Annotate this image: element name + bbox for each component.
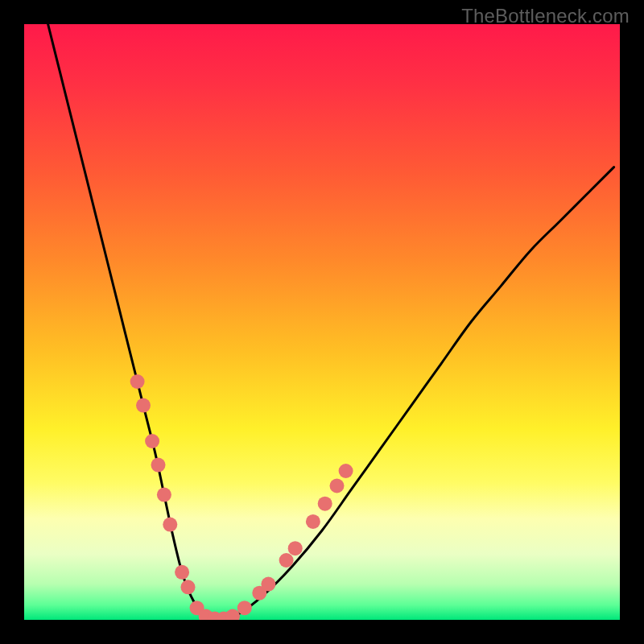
chart-svg [24, 24, 620, 620]
curve-marker [306, 514, 320, 529]
curve-marker [163, 518, 177, 532]
curve-marker [130, 374, 145, 389]
chart-frame: TheBottleneck.com [0, 0, 644, 644]
curve-marker [330, 479, 345, 493]
plot-area [24, 24, 620, 620]
curve-marker [181, 580, 196, 594]
curve-marker [175, 565, 189, 580]
curve-marker [288, 541, 303, 555]
curve-marker [279, 553, 294, 568]
curve-marker [145, 434, 159, 448]
curve-marker [261, 577, 275, 592]
curve-marker [339, 464, 353, 478]
curve-marker [151, 458, 166, 473]
curve-marker [237, 601, 252, 615]
curve-marker [157, 488, 171, 502]
curve-marker [318, 497, 332, 511]
curve-marker [136, 398, 151, 413]
